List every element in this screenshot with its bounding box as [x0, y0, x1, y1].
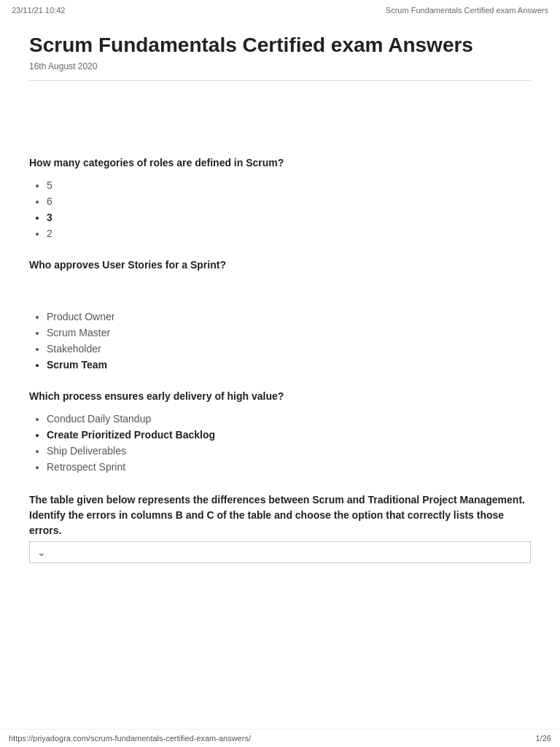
top-bar-title: Scrum Fundamentals Certified exam Answer… — [386, 6, 548, 15]
top-bar-datetime: 23/11/21 10:42 — [12, 6, 65, 15]
list-item: Retrospect Sprint — [47, 459, 531, 475]
question-1: How many categories of roles are defined… — [29, 157, 531, 241]
bottom-url: https://priyadogra.com/scrum-fundamental… — [9, 734, 251, 743]
list-item: 3 — [47, 209, 531, 225]
list-item: Create Prioritized Product Backlog — [47, 427, 531, 443]
spacer-2 — [29, 279, 531, 309]
question-1-answers: 5 6 3 2 — [29, 177, 531, 241]
question-3: Which process ensures early delivery of … — [29, 390, 531, 475]
list-item: Product Owner — [47, 309, 531, 325]
header-divider — [29, 80, 531, 81]
bottom-bar: https://priyadogra.com/scrum-fundamental… — [0, 729, 560, 747]
list-item: 6 — [47, 193, 531, 209]
question-2-answers: Product Owner Scrum Master Stakeholder S… — [29, 309, 531, 373]
chevron-down-icon: ⌄ — [37, 546, 46, 558]
question-3-text: Which process ensures early delivery of … — [29, 390, 531, 402]
page-number: 1/26 — [536, 734, 551, 743]
list-item: Scrum Team — [47, 357, 531, 373]
list-item: Conduct Daily Standup — [47, 411, 531, 427]
question-3-answers: Conduct Daily Standup Create Prioritized… — [29, 411, 531, 475]
spacer-1 — [29, 98, 531, 157]
page-date: 16th August 2020 — [29, 61, 531, 71]
main-content: Scrum Fundamentals Certified exam Answer… — [0, 20, 560, 607]
list-item: 5 — [47, 177, 531, 193]
collapse-button[interactable]: ⌄ — [29, 541, 531, 563]
list-item: Ship Deliverables — [47, 443, 531, 459]
question-4: The table given below represents the dif… — [29, 492, 531, 563]
list-item: Stakeholder — [47, 341, 531, 357]
list-item: 2 — [47, 225, 531, 241]
page-title: Scrum Fundamentals Certified exam Answer… — [29, 32, 531, 58]
top-bar: 23/11/21 10:42 Scrum Fundamentals Certif… — [0, 0, 560, 20]
question-1-text: How many categories of roles are defined… — [29, 157, 531, 169]
question-2: Who approves User Stories for a Sprint? … — [29, 259, 531, 373]
question-2-text: Who approves User Stories for a Sprint? — [29, 259, 531, 271]
list-item: Scrum Master — [47, 325, 531, 341]
question-4-text: The table given below represents the dif… — [29, 492, 531, 538]
